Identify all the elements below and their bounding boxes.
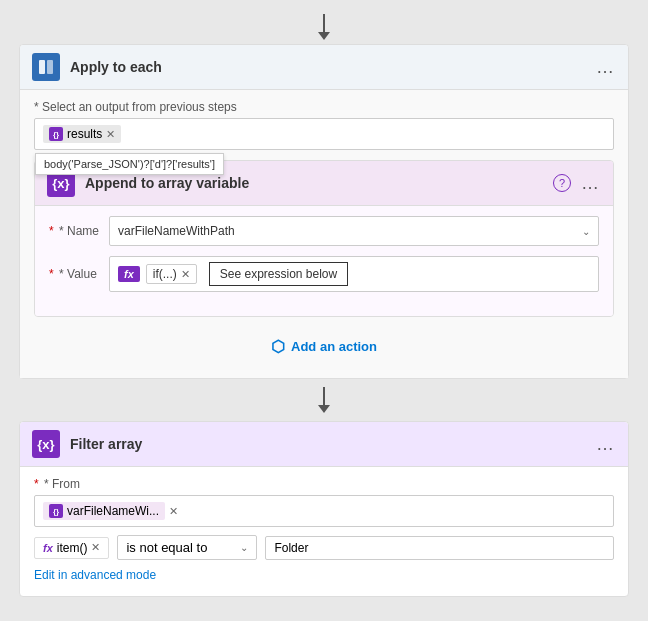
from-label: * * From [34, 477, 614, 491]
from-tag-icon: {} [49, 504, 63, 518]
fx-label: fx [124, 268, 134, 280]
condition-text: is not equal to [126, 540, 207, 555]
add-action-label: Add an action [291, 339, 377, 354]
value-row: * * Value fx if(...) ✕ See expression be… [49, 256, 599, 292]
filter-condition-row: fx item() ✕ is not equal to ⌄ Folder [34, 535, 614, 560]
filter-icon: {x} [37, 437, 54, 452]
apply-to-each-card: Apply to each … * Select an output from … [19, 44, 629, 379]
value-label: * * Value [49, 267, 109, 281]
from-tag-close[interactable]: ✕ [169, 505, 178, 518]
add-action-row: ⬡ Add an action [34, 317, 614, 364]
middle-connector [318, 387, 330, 413]
append-card-title: Append to array variable [85, 175, 553, 191]
item-tag-text: item() [57, 541, 88, 555]
filter-card-title: Filter array [70, 436, 596, 452]
append-card-body: * * Name varFileNameWithPath ⌄ * * Value [35, 206, 613, 316]
add-action-button[interactable]: ⬡ Add an action [263, 333, 385, 360]
name-chevron-icon: ⌄ [582, 226, 590, 237]
filter-card: {x} Filter array … * * From {} varFileNa… [19, 421, 629, 597]
filter-value-text: Folder [274, 541, 308, 555]
item-tag-close[interactable]: ✕ [91, 541, 100, 554]
value-field[interactable]: fx if(...) ✕ See expression below [109, 256, 599, 292]
tag-icon: {} [49, 127, 63, 141]
filter-value-input[interactable]: Folder [265, 536, 614, 560]
item-tag[interactable]: fx item() ✕ [34, 537, 109, 559]
top-connector [318, 14, 330, 40]
results-tag[interactable]: {} results ✕ [43, 125, 121, 143]
expression-note: See expression below [209, 262, 348, 286]
apply-icon-box [32, 53, 60, 81]
svg-rect-1 [47, 60, 53, 74]
from-input[interactable]: {} varFileNameWi... ✕ [34, 495, 614, 527]
results-tag-text: results [67, 127, 102, 141]
filter-card-header: {x} Filter array … [20, 422, 628, 467]
name-select-value: varFileNameWithPath [118, 224, 235, 238]
filter-icon-box: {x} [32, 430, 60, 458]
item-fx-icon: fx [43, 542, 53, 554]
apply-card-menu[interactable]: … [596, 57, 616, 78]
fx-tag: fx [118, 266, 140, 282]
apply-card-body: * Select an output from previous steps {… [20, 90, 628, 378]
results-tag-close[interactable]: ✕ [106, 128, 115, 141]
append-card: {x} Append to array variable ? … * * Nam… [34, 160, 614, 317]
from-tag: {} varFileNameWi... [43, 502, 165, 520]
filter-card-menu[interactable]: … [596, 434, 616, 455]
condition-chevron-icon: ⌄ [240, 542, 248, 553]
append-icon: {x} [52, 176, 69, 191]
add-action-icon: ⬡ [271, 337, 285, 356]
expression-chip-close[interactable]: ✕ [181, 268, 190, 281]
apply-card-header: Apply to each … [20, 45, 628, 90]
help-icon[interactable]: ? [553, 174, 571, 192]
expression-text: if(...) [153, 267, 177, 281]
select-output-input[interactable]: {} results ✕ body('Parse_JSON')?['d']?['… [34, 118, 614, 150]
expression-chip[interactable]: if(...) ✕ [146, 264, 197, 284]
name-row: * * Name varFileNameWithPath ⌄ [49, 216, 599, 246]
name-label: * * Name [49, 224, 109, 238]
edit-advanced-link[interactable]: Edit in advanced mode [34, 568, 156, 582]
results-tooltip: body('Parse_JSON')?['d']?['results'] [35, 153, 224, 175]
append-card-menu[interactable]: … [581, 173, 601, 194]
condition-dropdown[interactable]: is not equal to ⌄ [117, 535, 257, 560]
apply-card-title: Apply to each [70, 59, 596, 75]
loop-icon [38, 59, 54, 75]
from-tag-text: varFileNameWi... [67, 504, 159, 518]
name-select[interactable]: varFileNameWithPath ⌄ [109, 216, 599, 246]
svg-rect-0 [39, 60, 45, 74]
select-output-label: * Select an output from previous steps [34, 100, 614, 114]
filter-card-body: * * From {} varFileNameWi... ✕ fx item()… [20, 467, 628, 596]
